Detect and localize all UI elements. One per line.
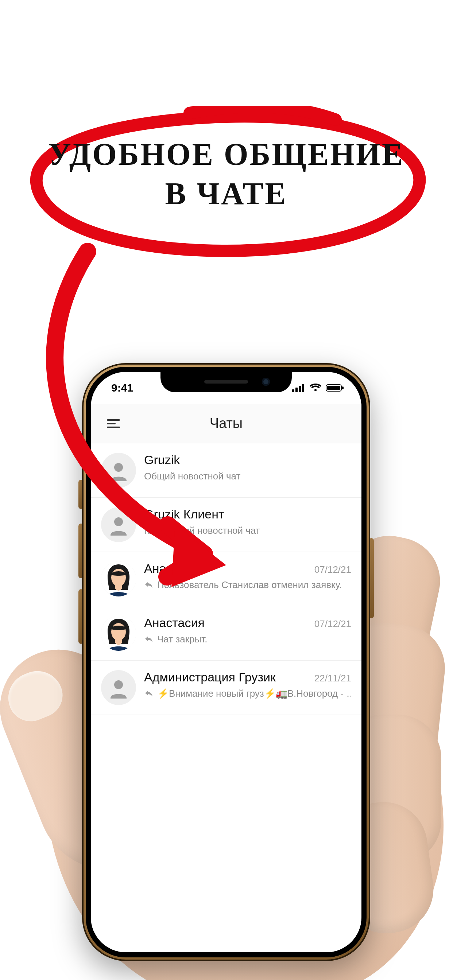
chat-name: Администрация Грузик — [144, 670, 276, 684]
person-female-icon — [101, 616, 136, 651]
wifi-icon — [309, 383, 321, 392]
reply-icon — [144, 635, 153, 644]
battery-icon — [326, 383, 344, 392]
chat-subtitle: Чат закрыт. — [144, 634, 351, 645]
status-icons — [292, 383, 344, 392]
person-icon — [108, 677, 129, 698]
promo-callout-line1: УДОБНОЕ ОБЩЕНИЕ — [48, 137, 405, 172]
svg-rect-6 — [327, 386, 340, 390]
chat-subtitle-text: Чат закрыт. — [157, 634, 207, 645]
svg-rect-4 — [302, 384, 304, 392]
promo-arrow — [44, 248, 299, 576]
promo-callout: УДОБНОЕ ОБЩЕНИЕ В ЧАТЕ — [18, 106, 434, 259]
reply-icon — [144, 689, 153, 698]
chat-subtitle: ⚡Внимание новый груз⚡🚛В.Новгород - … — [144, 688, 351, 699]
chat-date: 07/12/21 — [314, 564, 351, 575]
avatar — [101, 670, 136, 705]
chat-row-body: Администрация Грузик22/11/21⚡Внимание но… — [144, 670, 351, 699]
chat-row[interactable]: Администрация Грузик22/11/21⚡Внимание но… — [91, 660, 362, 715]
promo-callout-text: УДОБНОЕ ОБЩЕНИЕ В ЧАТЕ — [18, 135, 434, 213]
avatar — [101, 616, 136, 651]
svg-rect-7 — [342, 387, 344, 390]
reply-icon — [144, 581, 153, 590]
chat-row[interactable]: Анастасия07/12/21Чат закрыт. — [91, 606, 362, 660]
chat-row-body: Анастасия07/12/21Чат закрыт. — [144, 616, 351, 645]
promo-callout-line2: В ЧАТЕ — [165, 176, 287, 211]
chat-name: Анастасия — [144, 616, 205, 630]
chat-subtitle-text: ⚡Внимание новый груз⚡🚛В.Новгород - … — [157, 688, 351, 699]
chat-date: 07/12/21 — [314, 618, 351, 630]
chat-date: 22/11/21 — [314, 673, 351, 684]
